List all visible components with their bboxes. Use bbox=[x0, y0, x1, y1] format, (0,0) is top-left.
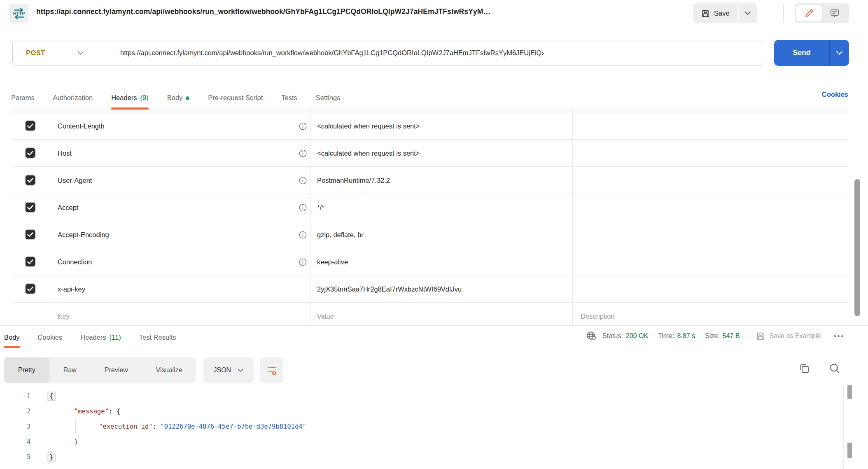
response-tabs: Body Cookies Headers (11) Test Results bbox=[4, 327, 176, 348]
tab-settings-label: Settings bbox=[316, 94, 341, 102]
tab-body-label: Body bbox=[167, 94, 183, 102]
tab-body[interactable]: Body bbox=[167, 86, 190, 110]
edit-mode-button[interactable] bbox=[796, 5, 822, 21]
table-row: Accept */* bbox=[12, 194, 848, 221]
line-number: 4 bbox=[12, 438, 30, 446]
description-placeholder[interactable]: Description bbox=[581, 303, 615, 325]
row-checkbox[interactable] bbox=[25, 256, 36, 267]
search-icon[interactable] bbox=[828, 362, 841, 375]
response-tab-headers-count: (11) bbox=[110, 334, 121, 341]
info-icon[interactable] bbox=[299, 258, 307, 266]
main-scrollbar-thumb[interactable] bbox=[854, 179, 860, 316]
line-number: 2 bbox=[12, 408, 30, 415]
chevron-down-icon bbox=[238, 369, 244, 372]
json-key: "message" bbox=[74, 408, 109, 415]
tab-tests-label: Tests bbox=[281, 94, 297, 102]
response-scrollbar-thumb[interactable] bbox=[847, 443, 852, 458]
response-tab-body[interactable]: Body bbox=[4, 327, 20, 348]
request-url-bar: POST https://api.connect.fylamynt.com/ap… bbox=[12, 40, 764, 66]
header-key[interactable]: User-Agent bbox=[58, 167, 92, 194]
row-checkbox[interactable] bbox=[25, 202, 36, 213]
save-options-button[interactable] bbox=[739, 3, 757, 23]
tab-headers-label: Headers bbox=[111, 94, 137, 102]
header-value[interactable]: */* bbox=[317, 194, 324, 221]
table-row-placeholder: Key Value Description bbox=[12, 303, 848, 325]
view-raw[interactable]: Raw bbox=[49, 357, 91, 383]
info-icon[interactable] bbox=[299, 122, 307, 130]
info-icon[interactable] bbox=[299, 231, 307, 239]
tab-settings[interactable]: Settings bbox=[316, 86, 341, 110]
response-tab-test-results[interactable]: Test Results bbox=[139, 327, 176, 348]
response-tab-cookies[interactable]: Cookies bbox=[38, 327, 63, 348]
view-preview[interactable]: Preview bbox=[91, 357, 142, 383]
header-value[interactable]: <calculated when request is sent> bbox=[317, 140, 420, 167]
wrap-line-button[interactable] bbox=[260, 357, 283, 383]
row-checkbox[interactable] bbox=[25, 175, 36, 186]
code-line: 5 } bbox=[0, 449, 843, 464]
body-modified-dot bbox=[186, 96, 189, 100]
tab-tests[interactable]: Tests bbox=[281, 86, 297, 110]
view-mode-control: Pretty Raw Preview Visualize bbox=[4, 357, 196, 383]
response-scrollbar-thumb[interactable] bbox=[847, 385, 852, 399]
send-button-group[interactable]: Send bbox=[774, 40, 849, 66]
header-value[interactable]: <calculated when request is sent> bbox=[317, 112, 420, 140]
tab-authorization-label: Authorization bbox=[53, 94, 93, 102]
url-input[interactable]: https://api.connect.fylamynt.com/api/web… bbox=[111, 49, 764, 57]
pencil-icon bbox=[804, 8, 814, 18]
comments-button[interactable] bbox=[822, 5, 847, 21]
send-button-label[interactable]: Send bbox=[774, 49, 829, 57]
more-options-icon[interactable] bbox=[834, 335, 843, 337]
header-key[interactable]: Content-Length bbox=[58, 112, 105, 140]
response-tab-headers[interactable]: Headers (11) bbox=[80, 327, 121, 348]
copy-icon[interactable] bbox=[798, 362, 810, 375]
row-checkbox[interactable] bbox=[25, 283, 36, 294]
info-icon[interactable] bbox=[299, 204, 307, 212]
fold-marker[interactable]: { bbox=[47, 392, 56, 401]
table-row: Host <calculated when request is sent> bbox=[12, 140, 848, 167]
size-indicator[interactable]: Size: 547 B bbox=[705, 332, 740, 340]
size-value: 547 B bbox=[723, 332, 740, 340]
header-key[interactable]: x-api-key bbox=[58, 275, 85, 303]
tab-params[interactable]: Params bbox=[11, 86, 35, 110]
row-checkbox[interactable] bbox=[25, 229, 36, 240]
response-body-editor[interactable]: 1 { 2 "message": { 3 "execution_id": "01… bbox=[0, 385, 843, 469]
header-value[interactable]: gzip, deflate, br bbox=[317, 221, 364, 248]
save-as-example-button[interactable]: Save as Example bbox=[756, 331, 821, 341]
row-checkbox[interactable] bbox=[25, 120, 36, 131]
response-panel-divider bbox=[0, 325, 868, 326]
info-icon[interactable] bbox=[299, 177, 307, 184]
table-row: Accept-Encoding gzip, deflate, br bbox=[12, 221, 848, 248]
cookies-link[interactable]: Cookies bbox=[822, 91, 848, 98]
tab-authorization[interactable]: Authorization bbox=[53, 86, 93, 110]
tab-headers[interactable]: Headers (9) bbox=[111, 86, 149, 110]
send-options-button[interactable] bbox=[829, 40, 849, 66]
globe-lock-icon[interactable] bbox=[586, 331, 597, 341]
topbar-divider bbox=[783, 4, 784, 22]
view-visualize[interactable]: Visualize bbox=[142, 357, 196, 383]
status-indicator[interactable]: Status: 200 OK bbox=[602, 332, 648, 340]
header-value[interactable]: PostmanRuntime/7.32.2 bbox=[317, 167, 390, 194]
fold-marker[interactable]: } bbox=[47, 453, 56, 462]
tab-pre-request-script[interactable]: Pre-request Script bbox=[208, 86, 263, 110]
info-icon[interactable] bbox=[299, 149, 307, 157]
header-value[interactable]: 2yjX35tnnSaa7Hr2g8EaI7rWxbzcNtWf69VdfJvu bbox=[317, 275, 462, 303]
key-placeholder[interactable]: Key bbox=[58, 303, 69, 325]
method-selector[interactable]: POST bbox=[13, 49, 111, 57]
value-placeholder[interactable]: Value bbox=[317, 303, 334, 325]
response-meta-bar: Status: 200 OK Time: 8.87 s Size: 547 B … bbox=[586, 327, 843, 345]
http-method-icon: HTTP bbox=[9, 4, 28, 23]
tab-headers-count: (9) bbox=[140, 94, 149, 102]
header-key[interactable]: Accept bbox=[58, 194, 78, 221]
save-icon bbox=[756, 331, 765, 341]
view-pretty[interactable]: Pretty bbox=[4, 357, 49, 383]
time-indicator[interactable]: Time: 8.87 s bbox=[658, 332, 695, 340]
row-checkbox[interactable] bbox=[25, 147, 36, 159]
response-view-toolbar: Pretty Raw Preview Visualize JSON bbox=[4, 357, 283, 383]
save-button[interactable]: Save bbox=[693, 3, 738, 23]
header-key[interactable]: Host bbox=[58, 140, 72, 167]
header-key[interactable]: Connection bbox=[58, 248, 92, 275]
header-value[interactable]: keep-alive bbox=[317, 248, 348, 275]
language-dropdown[interactable]: JSON bbox=[203, 357, 254, 383]
header-key[interactable]: Accept-Encoding bbox=[58, 221, 109, 248]
indent-guide bbox=[75, 419, 76, 434]
